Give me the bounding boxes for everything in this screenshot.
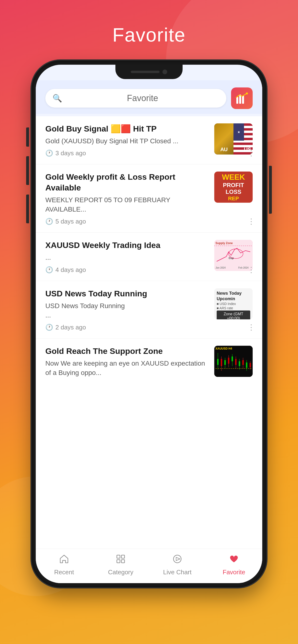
thumb-image-3: Supply Zone Cup Jan 2024 Feb 2024 (214, 240, 253, 271)
grid-icon (115, 554, 126, 566)
feed-content-1: Gold Buy Signal 🟨🟥 Hit TP Gold (XAUUSD) … (45, 124, 209, 157)
clock-icon-1: 🕐 (45, 150, 53, 157)
thumb-image-1: AU ★ US (214, 124, 253, 154)
feed-meta-1: 🕐 3 days ago (45, 150, 209, 157)
search-title: Favorite (66, 93, 219, 103)
feed-desc-3: ... (45, 253, 209, 262)
nav-item-category[interactable]: Category (92, 554, 149, 576)
feed-desc-1: Gold (XAUUSD) Buy Signal Hit TP Closed .… (45, 136, 209, 146)
speaker (131, 71, 160, 73)
phone-notch (115, 65, 183, 79)
clock-icon-3: 🕐 (45, 266, 53, 274)
svg-rect-37 (121, 560, 124, 563)
bottom-nav: Recent Category (36, 549, 262, 583)
svg-rect-14 (217, 359, 219, 365)
play-circle-icon (172, 554, 183, 566)
feed-meta-4: 🕐 2 days ago (45, 324, 209, 331)
feed-thumb-4: News Today Upcomin ■ USD Index ■ ARS rat… (214, 288, 253, 319)
feed-item-2[interactable]: Gold Weekly profit & Loss Report Availab… (36, 164, 262, 233)
svg-marker-39 (176, 557, 180, 560)
feed-content-3: XAUUSD Weekly Trading Idea ... 🕐 4 days … (45, 240, 209, 273)
nav-label-live-chart: Live Chart (163, 568, 192, 576)
nav-item-favorite[interactable]: Favorite (206, 554, 262, 576)
feed-thumb-2: WEEK PROFIT LOSS REP (214, 172, 253, 203)
svg-rect-20 (228, 358, 229, 364)
app-content: 🔍 Favorite (36, 65, 262, 583)
thumb-image-2: WEEK PROFIT LOSS REP (214, 172, 253, 203)
feed-content-2: Gold Weekly profit & Loss Report Availab… (45, 172, 209, 225)
volume-up-button (26, 156, 29, 185)
svg-rect-34 (117, 555, 120, 558)
chart-svg-3: Supply Zone Cup Jan 2024 Feb 2024 (214, 240, 253, 271)
svg-text:Jan 2024: Jan 2024 (215, 266, 226, 269)
feed-thumb-5: XAUUSD H4 (214, 346, 253, 377)
svg-point-3 (246, 92, 248, 94)
svg-rect-11 (214, 346, 253, 377)
phone-screen: 🔍 Favorite (36, 65, 262, 583)
heart-icon (229, 554, 239, 566)
feed-time-3: 4 days ago (55, 266, 86, 274)
volume-down-button (26, 194, 29, 223)
svg-rect-18 (224, 360, 226, 365)
feed-item-5[interactable]: Gold Reach The Support Zone Now We are k… (36, 338, 262, 388)
feed-item-1[interactable]: Gold Buy Signal 🟨🟥 Hit TP Gold (XAUUSD) … (36, 116, 262, 164)
svg-rect-2 (242, 96, 244, 104)
more-options-3[interactable]: ⋮ (247, 266, 255, 274)
feed-meta-2: 🕐 5 days ago (45, 218, 209, 225)
svg-rect-36 (117, 560, 120, 563)
svg-rect-35 (121, 555, 124, 558)
svg-rect-16 (221, 359, 222, 366)
feed-list: Gold Buy Signal 🟨🟥 Hit TP Gold (XAUUSD) … (36, 116, 262, 549)
feed-content-5: Gold Reach The Support Zone Now We are k… (45, 346, 209, 382)
page-title: Favorite (112, 24, 186, 46)
search-bar[interactable]: 🔍 Favorite (45, 89, 226, 108)
feed-content-4: USD News Today Running USD News Today Ru… (45, 288, 209, 331)
feed-title-2: Gold Weekly profit & Loss Report Availab… (45, 172, 209, 192)
more-options-2[interactable]: ⋮ (247, 218, 255, 225)
clock-icon-2: 🕐 (45, 218, 53, 225)
feed-desc-4: USD News Today Running... (45, 301, 209, 320)
feed-item-4[interactable]: USD News Today Running USD News Today Ru… (36, 281, 262, 339)
feed-thumb-1: AU ★ US (214, 124, 253, 154)
svg-rect-22 (232, 356, 233, 361)
feed-title-4: USD News Today Running (45, 288, 209, 299)
volume-silent-button (26, 128, 29, 146)
nav-item-recent[interactable]: Recent (36, 554, 92, 576)
nav-item-live-chart[interactable]: Live Chart (149, 554, 206, 576)
camera (163, 70, 167, 74)
svg-rect-32 (249, 363, 251, 367)
app-logo-icon (236, 92, 248, 104)
feed-time-4: 2 days ago (55, 324, 86, 331)
feed-desc-2: WEEKLY REPORT 05 TO 09 FEBRUARY AVAILABL… (45, 195, 209, 214)
more-options-4[interactable]: ⋮ (247, 324, 255, 331)
nav-label-category: Category (108, 568, 133, 576)
thumb-image-5: XAUUSD H4 (214, 346, 253, 377)
svg-text:XAUUSD H4: XAUUSD H4 (215, 347, 232, 350)
svg-text:Supply Zone: Supply Zone (215, 242, 233, 245)
app-logo-button[interactable] (231, 88, 253, 109)
feed-title-3: XAUUSD Weekly Trading Idea (45, 240, 209, 250)
svg-rect-28 (242, 360, 244, 365)
nav-label-recent: Recent (54, 568, 74, 576)
app-header: 🔍 Favorite (36, 80, 262, 114)
svg-rect-26 (239, 361, 240, 366)
phone-frame: 🔍 Favorite (32, 60, 266, 588)
feed-title-1: Gold Buy Signal 🟨🟥 Hit TP (45, 124, 209, 134)
svg-rect-24 (235, 359, 237, 365)
more-options-1[interactable]: ⋮ (247, 149, 255, 157)
feed-desc-5: Now We are keeping an eye on XAUUSD expe… (45, 359, 209, 377)
feed-time-1: 3 days ago (55, 150, 86, 157)
svg-text:Feb 2024: Feb 2024 (238, 266, 249, 269)
svg-rect-0 (236, 97, 238, 104)
feed-title-5: Gold Reach The Support Zone (45, 346, 209, 356)
home-icon (59, 554, 69, 566)
clock-icon-4: 🕐 (45, 324, 53, 331)
nav-label-favorite: Favorite (223, 568, 245, 576)
search-icon: 🔍 (53, 94, 62, 103)
svg-rect-30 (246, 362, 247, 368)
chart-svg-5: XAUUSD H4 (214, 346, 253, 377)
feed-item-3[interactable]: XAUUSD Weekly Trading Idea ... 🕐 4 days … (36, 233, 262, 281)
power-button (269, 166, 272, 214)
thumb-image-4: News Today Upcomin ■ USD Index ■ ARS rat… (214, 288, 253, 319)
feed-time-2: 5 days ago (55, 218, 86, 225)
